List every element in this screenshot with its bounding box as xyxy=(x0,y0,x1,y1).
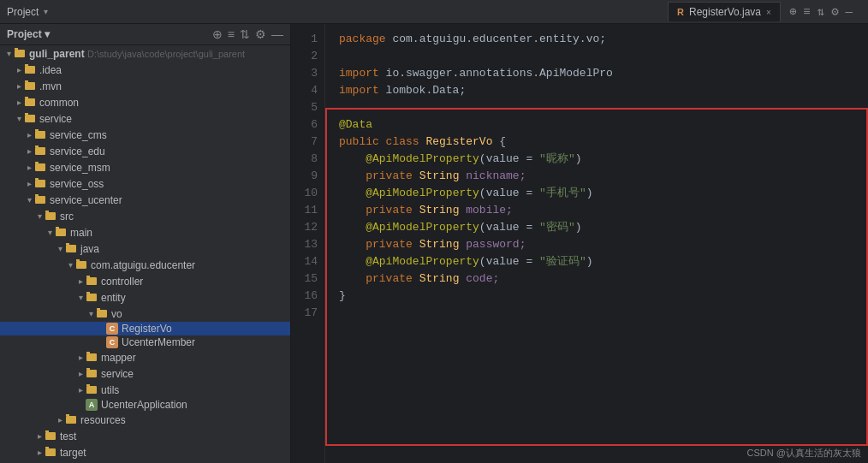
tree-item-java[interactable]: java xyxy=(0,240,290,257)
tree-label-resources: resources xyxy=(80,414,126,426)
line-num-6: 6 xyxy=(291,116,324,134)
tree-item-idea[interactable]: .idea xyxy=(0,62,290,78)
header-icon-sort[interactable]: ⇅ xyxy=(817,4,824,19)
tree-arrow-mvn xyxy=(14,81,24,91)
editor-tab[interactable]: R RegisterVo.java × xyxy=(668,2,781,21)
tree-label-service_msm: service_msm xyxy=(50,162,110,174)
header-icon-add[interactable]: ⊕ xyxy=(789,4,796,19)
tree-item-service_ucenter[interactable]: service_ucenter xyxy=(0,192,290,208)
sidebar-icon-add[interactable]: ⊕ xyxy=(212,27,223,41)
tree-item-UcenterApplication[interactable]: AUcenterApplication xyxy=(0,398,290,412)
tree-arrow-target xyxy=(34,448,45,457)
svg-rect-10 xyxy=(35,131,45,139)
svg-marker-9 xyxy=(25,113,28,115)
tree-arrow-test xyxy=(34,431,45,441)
svg-rect-30 xyxy=(86,294,97,301)
tree-label-mvn: .mvn xyxy=(39,80,62,92)
line-num-9: 9 xyxy=(291,168,324,185)
tree-label-service_cms: service_cms xyxy=(50,129,107,141)
header-icon-settings[interactable]: ⚙ xyxy=(831,4,838,19)
tree-item-common[interactable]: common xyxy=(0,94,290,110)
tree-arrow-service_oss xyxy=(24,179,34,188)
tree-icon-service_edu xyxy=(34,144,46,158)
tree-arrow-vo xyxy=(86,309,96,318)
tree-arrow-common xyxy=(14,98,24,107)
tree-label-vo: vo xyxy=(111,308,122,320)
svg-rect-16 xyxy=(35,180,45,187)
tab-close-button[interactable]: × xyxy=(766,8,771,17)
tree-arrow-resources xyxy=(55,415,65,424)
tree-item-service[interactable]: service xyxy=(0,110,290,127)
tree-item-com_atguigu_educenter[interactable]: com.atguigu.educenter xyxy=(0,257,290,273)
tree-item-RegisterVo[interactable]: CRegisterVo xyxy=(0,322,290,335)
header-icon-minimize[interactable]: — xyxy=(846,5,853,19)
tree-item-test[interactable]: test xyxy=(0,428,290,444)
svg-marker-31 xyxy=(86,292,90,294)
svg-rect-2 xyxy=(25,66,35,74)
svg-marker-11 xyxy=(35,129,39,131)
tree-arrow-mapper xyxy=(75,353,86,362)
tree-item-service2[interactable]: service xyxy=(0,365,290,382)
sidebar-icon-sort[interactable]: ⇅ xyxy=(240,27,250,41)
tree-item-mvn[interactable]: .mvn xyxy=(0,78,290,94)
tree-item-mapper[interactable]: mapper xyxy=(0,349,290,365)
tree-arrow-utils xyxy=(75,385,86,395)
tree-item-service_oss[interactable]: service_oss xyxy=(0,175,290,192)
header-icon-list[interactable]: ≡ xyxy=(803,5,810,19)
tree-icon-mvn xyxy=(24,79,36,93)
tree-icon-service_ucenter xyxy=(34,193,46,207)
dropdown-arrow[interactable]: ▾ xyxy=(44,7,48,16)
tree-icon-common xyxy=(24,95,36,110)
tree-item-service_cms[interactable]: service_cms xyxy=(0,127,290,143)
tree-item-entity[interactable]: entity xyxy=(0,289,290,306)
sidebar-icon-min[interactable]: — xyxy=(271,27,283,41)
svg-rect-36 xyxy=(86,370,97,377)
svg-rect-40 xyxy=(66,416,76,424)
tree-label-test: test xyxy=(60,430,76,442)
tree-item-vo[interactable]: vo xyxy=(0,306,290,322)
sidebar-icon-list[interactable]: ≡ xyxy=(228,27,235,41)
tree-item-service_msm[interactable]: service_msm xyxy=(0,159,290,175)
tree-label-entity: entity xyxy=(101,292,126,304)
tree-label-utils: utils xyxy=(101,384,119,396)
project-label: Project ▾ xyxy=(7,6,48,18)
tree-icon-service_cms xyxy=(34,128,46,142)
code-lines[interactable]: package com.atguigu.educenter.entity.vo;… xyxy=(325,24,868,329)
tree-item-utils[interactable]: utils xyxy=(0,382,290,398)
tree-arrow-main xyxy=(45,228,55,237)
tree-icon-entity xyxy=(86,290,98,305)
svg-rect-28 xyxy=(86,277,97,285)
code-line-9: private String nickname; xyxy=(339,168,868,185)
code-line-5 xyxy=(339,99,868,116)
tree-label-guli_parent: guli_parent D:\study\java\code\project\g… xyxy=(29,48,245,60)
svg-rect-4 xyxy=(25,82,35,90)
tree-icon-controller xyxy=(86,274,98,288)
tree-item-guli_parent[interactable]: guli_parent D:\study\java\code\project\g… xyxy=(0,45,290,62)
tree-label-UcenterApplication: UcenterApplication xyxy=(101,399,187,411)
tree-item-src[interactable]: src xyxy=(0,208,290,224)
sidebar-header: Project ▾ ⊕ ≡ ⇅ ⚙ — xyxy=(0,24,290,45)
sidebar-icons: ⊕ ≡ ⇅ ⚙ — xyxy=(212,27,283,41)
tree-label-mapper: mapper xyxy=(101,352,136,364)
sidebar-icon-gear[interactable]: ⚙ xyxy=(255,27,266,41)
tree-label-src: src xyxy=(60,211,74,223)
tree-item-controller[interactable]: controller xyxy=(0,273,290,289)
svg-rect-26 xyxy=(76,261,86,269)
line-numbers: 1234567891011121314151617 xyxy=(291,24,325,463)
sidebar: Project ▾ ⊕ ≡ ⇅ ⚙ — guli_parent D:\study… xyxy=(0,24,291,463)
tree-arrow-src xyxy=(34,211,45,221)
svg-marker-29 xyxy=(86,276,90,277)
tree-arrow-java xyxy=(55,244,65,253)
tree-item-UcenterMember[interactable]: CUcenterMember xyxy=(0,335,290,349)
line-num-16: 16 xyxy=(291,288,324,305)
tree-label-service2: service xyxy=(101,368,134,380)
tree-item-service_edu[interactable]: service_edu xyxy=(0,143,290,159)
svg-marker-27 xyxy=(76,259,80,261)
tree-item-resources[interactable]: resources xyxy=(0,412,290,428)
tree-arrow-guli_parent xyxy=(3,49,14,58)
svg-marker-33 xyxy=(97,308,100,310)
tree-item-target[interactable]: target xyxy=(0,444,290,460)
line-num-11: 11 xyxy=(291,202,324,219)
tree-item-main[interactable]: main xyxy=(0,224,290,240)
tree-icon-UcenterApplication: A xyxy=(86,399,98,411)
